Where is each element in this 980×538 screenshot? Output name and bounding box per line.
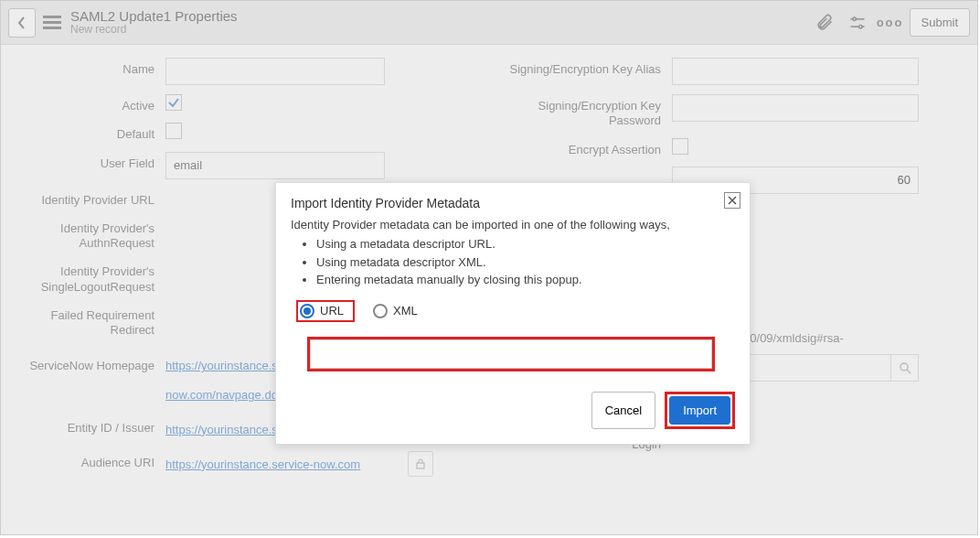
close-icon	[728, 196, 737, 205]
modal-title: Import Identity Provider Metadata	[291, 196, 735, 210]
modal-close-button[interactable]	[724, 192, 740, 209]
url-radio-label: URL	[320, 304, 344, 317]
modal-list-item: Using metadata descriptor XML.	[316, 253, 735, 272]
metadata-url-input[interactable]	[310, 339, 712, 369]
xml-radio[interactable]	[373, 304, 388, 318]
modal-description: Identity Provider metadata can be import…	[291, 218, 735, 231]
modal-list-item: Entering metadata manually by closing th…	[316, 271, 735, 289]
cancel-button[interactable]: Cancel	[591, 392, 655, 429]
import-button[interactable]: Import	[669, 396, 730, 425]
url-radio[interactable]	[300, 304, 314, 318]
xml-radio-label: XML	[393, 304, 418, 317]
import-metadata-modal: Import Identity Provider Metadata Identi…	[275, 182, 751, 445]
modal-list-item: Using a metadata descriptor URL.	[316, 235, 735, 253]
modal-list: Using a metadata descriptor URL. Using m…	[316, 235, 735, 289]
